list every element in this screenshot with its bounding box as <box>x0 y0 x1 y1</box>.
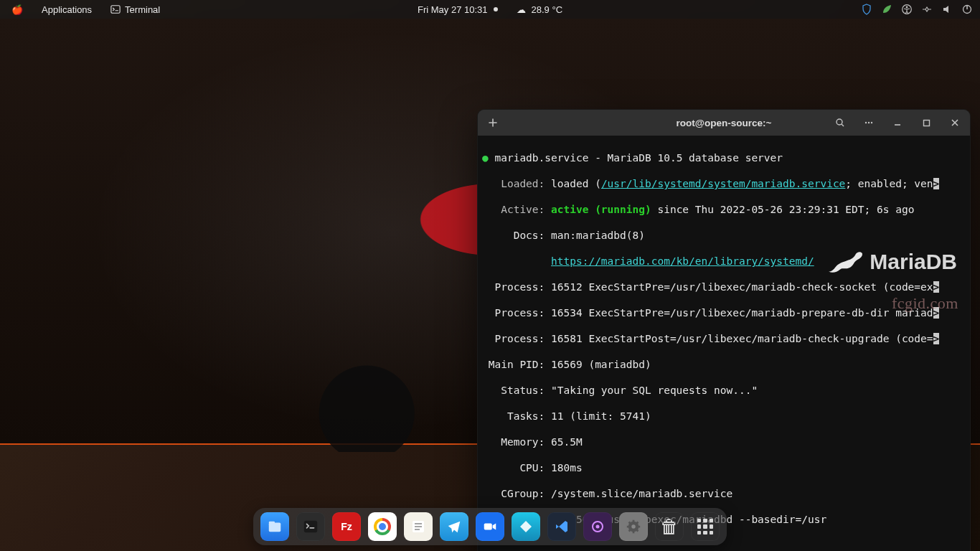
cpu-line: CPU: 180ms <box>482 461 966 474</box>
applications-menu[interactable]: Applications <box>37 3 96 17</box>
terminal-titlebar[interactable]: root@open-source:~ <box>478 110 970 136</box>
svg-rect-9 <box>269 523 281 532</box>
dock-zoom[interactable] <box>476 512 504 541</box>
svg-point-7 <box>871 122 872 123</box>
svg-rect-0 <box>111 6 120 14</box>
top-menubar: 🍎 Applications Terminal Fri May 27 10:31… <box>0 0 980 19</box>
dock-vscode[interactable] <box>547 512 576 541</box>
cgroup-line: CGroup: /system.slice/mariadb.service <box>482 487 966 500</box>
terminal-output[interactable]: ● mariadb.service - MariaDB 10.5 databas… <box>478 136 970 551</box>
new-tab-button[interactable] <box>485 115 501 131</box>
loaded-prefix: loaded ( <box>551 178 601 189</box>
menu-button[interactable] <box>861 115 877 131</box>
svg-rect-8 <box>923 120 929 126</box>
loaded-suffix: ; enabled; ven <box>845 178 933 189</box>
clock-area[interactable]: Fri May 27 10:31 ☁ 28.9 °C <box>418 4 562 15</box>
tasks-line: Tasks: 11 (limit: 5741) <box>482 410 966 423</box>
svg-rect-10 <box>269 522 275 524</box>
power-icon[interactable] <box>961 4 973 15</box>
svg-point-16 <box>596 525 600 529</box>
unit-file-path: /usr/lib/systemd/system/mariadb.service <box>601 178 845 189</box>
close-button[interactable] <box>947 115 963 131</box>
process-1: Process: 16512 ExecStartPre=/usr/libexec… <box>482 281 933 293</box>
active-label: Active: <box>482 204 551 215</box>
svg-point-18 <box>631 524 636 529</box>
status-dot-icon: ● <box>482 152 489 164</box>
dock-trash[interactable]: 🗑 <box>655 512 684 541</box>
svg-rect-13 <box>484 523 492 529</box>
shield-icon[interactable] <box>861 4 872 15</box>
accessibility-icon[interactable] <box>901 4 913 15</box>
sealion-icon <box>826 250 864 274</box>
maximize-button[interactable] <box>918 115 934 131</box>
status-line: Status: "Taking your SQL requests now...… <box>482 384 966 397</box>
dock-filezilla[interactable]: Fz <box>332 512 361 541</box>
process-3: Process: 16581 ExecStartPost=/usr/libexe… <box>482 333 933 344</box>
process-2: Process: 16534 ExecStartPre=/usr/libexec… <box>482 307 933 319</box>
svg-point-2 <box>906 6 908 9</box>
line-overflow-icon: > <box>933 281 940 293</box>
mariadb-logo: MariaDB <box>826 250 957 274</box>
apple-icon: 🍎 <box>11 4 23 15</box>
svg-point-4 <box>837 119 842 125</box>
dock-app-grid[interactable] <box>691 512 720 541</box>
app-grid-icon <box>697 519 713 534</box>
search-button[interactable] <box>832 115 848 131</box>
dock-chrome[interactable] <box>368 512 397 541</box>
terminal-title: root@open-source:~ <box>677 118 772 128</box>
volume-icon[interactable] <box>941 4 953 15</box>
terminal-window: root@open-source:~ ● mariadb.service - M… <box>477 109 971 551</box>
terminal-menu-entry[interactable]: Terminal <box>106 3 164 17</box>
line-overflow-icon: > <box>933 178 940 189</box>
minimize-button[interactable] <box>890 115 905 131</box>
dock-settings[interactable] <box>619 512 648 541</box>
docs-url: https://mariadb.com/kb/en/library/system… <box>551 255 814 267</box>
pad <box>482 255 551 267</box>
active-state: active (running) <box>551 204 651 215</box>
line-overflow-icon: > <box>933 333 940 344</box>
active-since: since Thu 2022-05-26 23:29:31 EDT; 6s ag… <box>651 204 915 215</box>
service-header: mariadb.service - MariaDB 10.5 database … <box>494 152 783 164</box>
network-icon[interactable] <box>921 4 933 15</box>
svg-point-5 <box>865 122 867 123</box>
watermark-text: fcgid.com <box>892 294 958 313</box>
dock-telegram[interactable] <box>440 512 468 541</box>
mariadb-wordmark: MariaDB <box>870 250 957 274</box>
main-pid: Main PID: 16569 (mariadbd) <box>482 358 966 371</box>
terminal-menu-label: Terminal <box>125 4 160 15</box>
notification-dot-icon <box>494 7 498 11</box>
weather-cloud-icon: ☁ <box>517 4 526 15</box>
dock-app-generic[interactable] <box>512 512 540 541</box>
chrome-icon <box>374 518 391 535</box>
terminal-icon <box>110 4 121 14</box>
loaded-label: Loaded: <box>482 178 551 189</box>
dock-terminal[interactable] <box>296 512 325 541</box>
dock: Fz 🗑 <box>253 508 727 545</box>
temperature-text: 28.9 °C <box>532 4 563 15</box>
leaf-icon[interactable] <box>881 4 892 15</box>
dock-app-purple[interactable] <box>583 512 612 541</box>
svg-rect-11 <box>304 521 317 533</box>
clock-text: Fri May 27 10:31 <box>418 4 488 15</box>
docs-line: Docs: man:mariadbd(8) <box>482 229 966 242</box>
svg-point-6 <box>868 122 870 123</box>
memory-line: Memory: 65.5M <box>482 435 966 448</box>
dock-files[interactable] <box>260 512 289 541</box>
apple-menu[interactable]: 🍎 <box>7 3 27 17</box>
dock-notes[interactable] <box>404 512 433 541</box>
svg-marker-14 <box>520 521 532 532</box>
